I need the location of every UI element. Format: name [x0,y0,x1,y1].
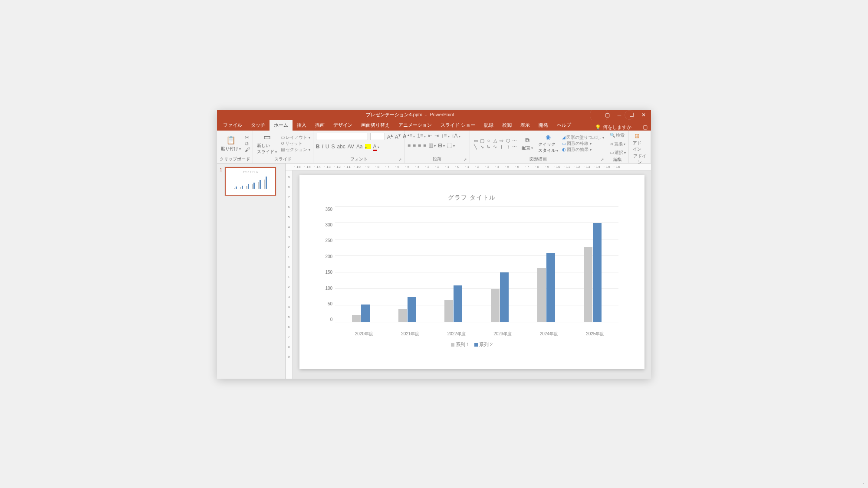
copy-icon[interactable]: ⧉ [245,141,250,147]
find-button[interactable]: 🔍検索 [610,132,625,138]
legend-item: 系列 2 [474,342,493,347]
close-icon[interactable]: ✕ [641,112,647,118]
share-icon[interactable]: ▢ [643,124,648,130]
decrease-indent-icon[interactable]: ⇤ [428,133,432,139]
tab-view[interactable]: 表示 [516,120,534,131]
bar-group [352,207,370,322]
shape-conn-icon[interactable]: ↳ [486,144,492,150]
layout-button[interactable]: ▭レイアウト [281,134,310,141]
paragraph-dialog-icon[interactable]: ⤢ [464,157,467,162]
ribbon: 📋 貼り付け ✂ ⧉ 🖌 クリップボード⤢ ▭ 新しい スライド ▭レイアウ [217,131,651,164]
bar [444,300,453,321]
tab-insert[interactable]: 挿入 [293,120,311,131]
tab-animations[interactable]: アニメーション [394,120,436,131]
tab-design[interactable]: デザイン [329,120,357,131]
strikethrough-icon[interactable]: S [331,144,335,150]
char-spacing-icon[interactable]: AV [348,144,354,150]
bold-icon[interactable]: B [316,144,320,150]
decrease-font-icon[interactable]: A▾ [395,133,401,140]
drawing-dialog-icon[interactable]: ⤢ [601,157,604,162]
align-right-icon[interactable]: ≡ [418,142,421,148]
font-size-combo[interactable] [370,133,385,140]
tab-review[interactable]: 校閲 [498,120,516,131]
clipboard-icon: 📋 [226,135,236,145]
shadow-icon[interactable]: abc [337,144,345,150]
shape-effects-button[interactable]: ◐図形の効果 [562,147,604,153]
text-direction-icon[interactable]: ↕A [452,133,460,139]
paste-button[interactable]: 📋 貼り付け [220,135,242,152]
section-button[interactable]: ▤セクション [281,147,310,153]
change-case-icon[interactable]: Aa [356,144,363,150]
shape-outline-button[interactable]: ▭図形の枠線 [562,141,604,147]
quick-styles-button[interactable]: ◉ クイック スタイル [537,134,559,154]
minimize-icon[interactable]: ─ [616,112,622,118]
clipboard-dialog-icon[interactable]: ⤢ [247,157,250,162]
font-color-icon[interactable]: A [373,144,379,150]
shape-arrow2-icon[interactable]: ↘ [479,144,485,150]
shape-rrect-icon[interactable]: ▢ [479,138,485,144]
font-dialog-icon[interactable]: ⤢ [398,157,402,162]
new-slide-button[interactable]: ▭ 新しい スライド [256,132,278,155]
shape-hex-icon[interactable]: ⬡ [505,138,511,144]
tab-file[interactable]: ファイル [219,120,247,131]
cut-icon[interactable]: ✂ [245,134,250,141]
tab-draw[interactable]: 描画 [311,120,329,131]
tab-record[interactable]: 記録 [480,120,498,131]
bar [398,309,407,322]
tab-home[interactable]: ホーム [270,120,293,131]
shape-lbrace-icon[interactable]: { [499,144,505,150]
font-family-combo[interactable] [316,133,368,140]
shape-line-icon[interactable]: ╲ [473,144,479,150]
format-painter-icon[interactable]: 🖌 [245,147,250,153]
slide-area[interactable]: グラフ タイトル 350300250200150100500 2020年度202… [293,170,651,379]
tab-help[interactable]: ヘルプ [552,120,575,131]
arrange-button[interactable]: ⧉ 配置 [520,137,534,151]
convert-smartart-icon[interactable]: ⬚ [447,142,454,148]
line-spacing-icon[interactable]: ↕≡ [441,133,449,139]
columns-icon[interactable]: ▥ [428,142,436,148]
shapes-gallery[interactable]: ▭▢○△⇨⬡⋯ ╲↘↳∿{}⋯ [473,138,518,150]
bar [537,268,546,321]
align-text-icon[interactable]: ⊟ [438,142,445,148]
align-center-icon[interactable]: ≡ [413,142,416,148]
bar-group [584,207,602,322]
addins-button[interactable]: ⊞ アド イン [631,132,643,152]
justify-icon[interactable]: ≡ [423,142,426,148]
shape-rect-icon[interactable]: ▭ [473,138,479,144]
shape-more1-icon[interactable]: ⋯ [512,138,518,144]
bullets-icon[interactable]: •≡ [408,133,415,139]
replace-button[interactable]: ⤭置換 [610,141,625,147]
underline-icon[interactable]: U [326,144,329,150]
tab-transitions[interactable]: 画面切り替え [357,120,394,131]
ribbon-group-paragraph: •≡ 1≡ ⇤ ⇥ ↕≡ ↕A ≡ ≡ ≡ ≡ ▥ ⊟ ⬚ 段落⤢ [405,131,470,163]
shape-fill-button[interactable]: ◢図形の塗りつぶし [562,134,604,141]
maximize-icon[interactable]: ☐ [628,112,635,118]
bar [454,285,462,321]
shape-curve-icon[interactable]: ∿ [492,144,498,150]
app-name: PowerPoint [430,112,454,117]
shape-rbrace-icon[interactable]: } [505,144,511,150]
shape-arrow-icon[interactable]: ⇨ [499,138,505,144]
shape-more2-icon[interactable]: ⋯ [512,144,518,150]
tab-developer[interactable]: 開発 [534,120,552,131]
increase-indent-icon[interactable]: ⇥ [434,133,439,139]
increase-font-icon[interactable]: A▴ [387,133,393,140]
shape-tri-icon[interactable]: △ [492,138,498,144]
tab-slideshow[interactable]: スライド ショー [436,120,480,131]
shape-oval-icon[interactable]: ○ [486,138,492,144]
slide-canvas[interactable]: グラフ タイトル 350300250200150100500 2020年度202… [299,175,644,369]
numbering-icon[interactable]: 1≡ [417,133,426,139]
ribbon-display-icon[interactable]: ▢ [604,112,610,118]
select-button[interactable]: ▭選択 [610,150,626,156]
bar [593,223,602,321]
highlight-icon[interactable] [365,144,371,149]
tab-touch[interactable]: タッチ [247,120,270,131]
align-left-icon[interactable]: ≡ [408,142,411,148]
tell-me-search[interactable]: 💡 何をしますか [595,124,631,131]
italic-icon[interactable]: I [322,144,323,150]
new-slide-icon: ▭ [263,132,271,142]
ribbon-group-font: A▴ A▾ A̷ B I U S abc AV Aa A フォント⤢ [313,131,405,163]
slide-thumbnail-1[interactable]: グラフ タイトル [225,167,276,196]
lightbulb-icon: 💡 [595,124,601,130]
reset-button[interactable]: ↺リセット [281,141,310,147]
